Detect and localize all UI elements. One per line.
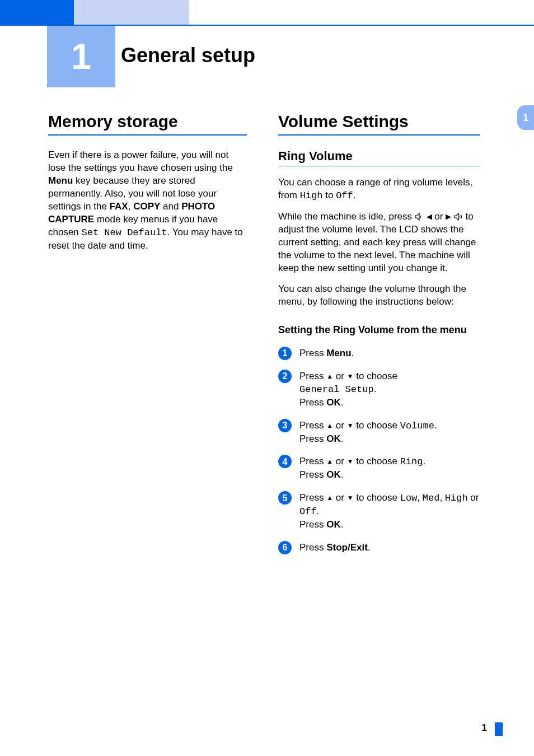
subsection-ring-volume: Ring Volume <box>278 149 480 166</box>
side-tab: 1 <box>517 105 534 130</box>
step-number-badge: 6 <box>278 541 292 554</box>
speaker-low-icon <box>415 213 424 221</box>
step-3: 3 Press ▲ or ▼ to choose Volume. Press O… <box>278 419 480 446</box>
chapter-number-box: 1 <box>47 26 115 87</box>
chapter-number: 1 <box>71 36 91 77</box>
down-arrow-icon: ▼ <box>347 457 354 466</box>
memory-storage-body: Even if there is a power failure, you wi… <box>48 149 247 253</box>
header-band <box>0 0 534 25</box>
step-2: 2 Press ▲ or ▼ to choose General Setup. … <box>278 370 480 409</box>
down-arrow-icon: ▼ <box>347 372 354 381</box>
step-number-badge: 5 <box>278 491 292 505</box>
step-number-badge: 4 <box>278 455 292 468</box>
step-4: 4 Press ▲ or ▼ to choose Ring. Press OK. <box>278 455 480 482</box>
ring-volume-p1: You can choose a range of ring volume le… <box>278 176 480 203</box>
right-column: Volume Settings Ring Volume You can choo… <box>278 112 480 564</box>
up-arrow-icon: ▲ <box>326 457 333 466</box>
step-6: 6 Press Stop/Exit. <box>278 542 480 554</box>
up-arrow-icon: ▲ <box>326 493 333 502</box>
ring-volume-p3: You can also change the volume through t… <box>278 283 480 309</box>
up-arrow-icon: ▲ <box>326 421 333 430</box>
up-arrow-icon: ▲ <box>326 372 333 381</box>
chapter-title: General setup <box>121 44 255 67</box>
step-1: 1 Press Menu. <box>278 347 480 360</box>
down-arrow-icon: ▼ <box>347 493 354 502</box>
step-number-badge: 1 <box>278 347 292 360</box>
step-5: 5 Press ▲ or ▼ to choose Low, Med, High … <box>278 492 480 531</box>
section-volume-settings: Volume Settings <box>278 112 480 136</box>
header-light-block <box>74 0 189 25</box>
thumb-mark <box>495 722 503 736</box>
left-column: Memory storage Even if there is a power … <box>48 112 247 260</box>
subsub-setting-ring-volume: Setting the Ring Volume from the menu <box>278 324 480 337</box>
side-tab-number: 1 <box>523 112 528 124</box>
steps-list: 1 Press Menu. 2 Press ▲ or ▼ to choose G… <box>278 347 480 554</box>
header-blue-block <box>0 0 74 25</box>
left-arrow-icon: ◀ <box>427 212 432 222</box>
down-arrow-icon: ▼ <box>347 421 354 430</box>
step-number-badge: 2 <box>278 370 292 383</box>
step-number-badge: 3 <box>278 419 292 432</box>
speaker-high-icon <box>454 213 463 221</box>
ring-volume-p2: While the machine is idle, press ◀ or ▶ … <box>278 211 480 275</box>
right-arrow-icon: ▶ <box>446 212 451 222</box>
section-memory-storage: Memory storage <box>48 112 247 136</box>
page-number: 1 <box>482 722 487 734</box>
